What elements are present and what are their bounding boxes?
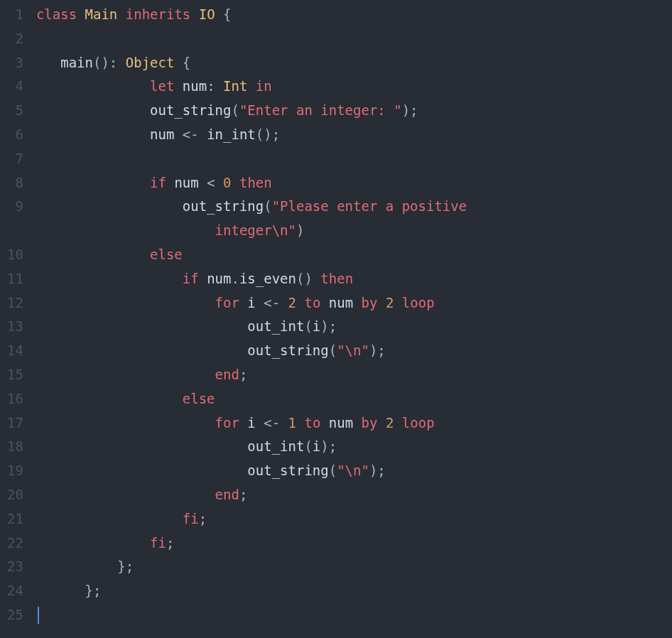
token-str: "Enter an integer: " [239,102,402,118]
token-kw: to [304,415,320,431]
token-punct: ( [264,198,271,214]
token-punct: ; [239,367,247,382]
token-punct [36,78,150,94]
token-kw: fi [150,535,166,551]
code-line[interactable]: }; [36,579,672,603]
token-kw: fi [183,511,199,526]
code-line[interactable]: out_string("Enter an integer: "); [36,99,672,123]
token-punct: ) [296,222,304,238]
token-kw: class [36,6,77,22]
token-punct [36,367,215,382]
token-ident: i [313,318,320,334]
token-punct [239,295,247,310]
code-line[interactable]: out_string("\n"); [36,459,672,483]
token-ident: i [313,438,320,454]
token-punct [36,271,183,286]
token-punct [239,415,247,431]
code-line[interactable]: integer\n") [36,219,672,243]
line-number: 4 [7,75,23,99]
token-kw: by [362,415,378,431]
token-kw: loop [402,295,435,310]
line-number: 9 [7,195,23,219]
code-line[interactable]: if num < 0 then [36,171,672,195]
code-line[interactable]: out_int(i); [36,315,672,339]
token-op: < [199,175,223,190]
token-punct [232,175,239,190]
token-fn: out_string [183,198,264,214]
token-fn: out_string [150,102,231,118]
token-punct [320,295,328,310]
code-line[interactable]: for i <- 1 to num by 2 loop [36,411,672,436]
code-line[interactable]: let num: Int in [36,75,672,99]
token-ident: num [174,175,198,190]
code-line[interactable] [36,603,672,627]
code-line[interactable]: else [36,243,672,267]
code-line[interactable]: main(): Object { [36,51,672,75]
token-ident: num [329,415,353,431]
token-ident: num [207,271,231,286]
token-punct: ; [166,535,174,551]
token-punct [394,295,401,310]
line-number [7,219,23,243]
token-kw: end [215,367,239,382]
token-kw: else [150,247,183,262]
line-number: 10 [7,243,23,267]
line-number: 21 [7,507,23,531]
token-kw: let [150,78,174,94]
token-fn: out_int [247,318,304,334]
line-number: 6 [7,123,23,147]
code-line[interactable] [36,147,672,171]
token-type: IO [199,6,215,22]
token-punct [36,342,247,358]
token-punct [353,295,361,310]
code-line[interactable]: fi; [36,531,672,556]
token-punct [247,78,255,94]
token-kw: in [256,78,272,94]
token-punct: . [231,271,239,286]
code-line[interactable]: out_string("\n"); [36,339,672,363]
code-area[interactable]: class Main inherits IO { main(): Object … [36,0,672,638]
code-line[interactable]: class Main inherits IO { [36,3,672,27]
line-number: 18 [7,435,23,459]
token-punct [296,415,304,431]
line-number: 1 [7,3,23,27]
code-line[interactable]: end; [36,483,672,507]
token-str: "\n" [337,342,369,358]
token-str: "\n" [337,463,369,478]
token-ident: num [329,295,353,310]
token-punct: ( [329,342,337,358]
token-punct: ; [239,487,247,502]
token-punct: { [215,6,232,22]
token-kw: else [183,391,215,406]
token-fn: is_even [239,271,296,286]
code-line[interactable]: }; [36,555,672,579]
token-punct: ( [231,102,239,118]
token-punct: ( [329,463,337,478]
token-kw: if [150,175,166,190]
token-num: 1 [288,415,296,431]
code-line[interactable]: else [36,387,672,411]
token-punct [36,438,247,454]
code-editor[interactable]: 1234567891011121314151617181920212223242… [0,0,672,638]
token-punct [377,295,385,310]
code-line[interactable]: for i <- 2 to num by 2 loop [36,291,672,315]
token-punct [36,126,150,142]
token-op: <- [256,415,288,431]
token-punct [36,318,247,334]
token-kw: to [304,295,320,310]
token-punct [77,6,85,22]
token-ident: num [150,126,174,142]
token-punct [36,487,215,502]
code-line[interactable]: out_string("Please enter a positive [36,195,672,219]
code-line[interactable] [36,27,672,51]
code-line[interactable]: out_int(i); [36,435,672,459]
token-type: Object [126,55,175,70]
token-punct: ); [402,102,418,118]
code-line[interactable]: fi; [36,507,672,531]
token-ident: num [183,78,207,94]
code-line[interactable]: num <- in_int(); [36,123,672,147]
code-line[interactable]: if num.is_even() then [36,267,672,291]
code-line[interactable]: end; [36,363,672,387]
token-kw: then [239,175,272,190]
token-punct [36,102,150,118]
